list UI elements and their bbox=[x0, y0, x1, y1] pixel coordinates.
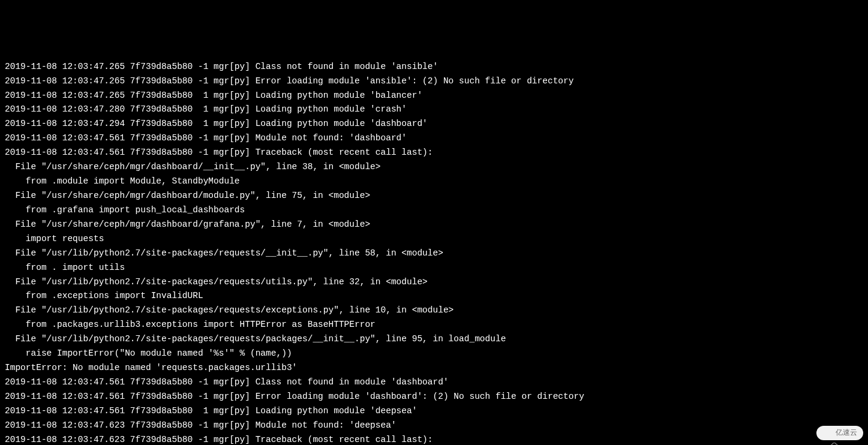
log-line: from . import utils bbox=[5, 261, 863, 275]
log-line: File "/usr/share/ceph/mgr/dashboard/modu… bbox=[5, 189, 863, 203]
log-line: ImportError: No module named 'requests.p… bbox=[5, 361, 863, 375]
log-line: File "/usr/lib/python2.7/site-packages/r… bbox=[5, 275, 863, 290]
log-line: 2019-11-08 12:03:47.265 7f739d8a5b80 1 m… bbox=[5, 89, 863, 103]
watermark-badge: 亿速云 bbox=[816, 426, 863, 440]
log-line: 2019-11-08 12:03:47.265 7f739d8a5b80 -1 … bbox=[5, 74, 863, 89]
log-line: 2019-11-08 12:03:47.294 7f739d8a5b80 1 m… bbox=[5, 117, 863, 131]
log-line: File "/usr/lib/python2.7/site-packages/r… bbox=[5, 246, 863, 261]
log-line: File "/usr/share/ceph/mgr/dashboard/__in… bbox=[5, 160, 863, 175]
log-line: from .grafana import push_local_dashboar… bbox=[5, 203, 863, 218]
log-line: 2019-11-08 12:03:47.623 7f739d8a5b80 -1 … bbox=[5, 433, 863, 445]
log-line: 2019-11-08 12:03:47.280 7f739d8a5b80 1 m… bbox=[5, 103, 863, 117]
log-line: raise ImportError("No module named '%s'"… bbox=[5, 347, 863, 361]
terminal-output[interactable]: 2019-11-08 12:03:47.265 7f739d8a5b80 -1 … bbox=[5, 60, 863, 445]
log-line: 2019-11-08 12:03:47.561 7f739d8a5b80 -1 … bbox=[5, 390, 863, 404]
log-line: File "/usr/lib/python2.7/site-packages/r… bbox=[5, 303, 863, 318]
log-line: 2019-11-08 12:03:47.561 7f739d8a5b80 1 m… bbox=[5, 404, 863, 419]
log-line: from .module import Module, StandbyModul… bbox=[5, 175, 863, 189]
log-line: 2019-11-08 12:03:47.623 7f739d8a5b80 -1 … bbox=[5, 419, 863, 433]
log-line: from .packages.urllib3.exceptions import… bbox=[5, 318, 863, 332]
log-line: 2019-11-08 12:03:47.561 7f739d8a5b80 -1 … bbox=[5, 375, 863, 390]
log-line: 2019-11-08 12:03:47.561 7f739d8a5b80 -1 … bbox=[5, 146, 863, 160]
log-line: from .exceptions import InvalidURL bbox=[5, 289, 863, 303]
log-line: File "/usr/share/ceph/mgr/dashboard/graf… bbox=[5, 218, 863, 232]
log-line: import requests bbox=[5, 232, 863, 246]
log-line: File "/usr/lib/python2.7/site-packages/r… bbox=[5, 332, 863, 347]
watermark-text: 亿速云 bbox=[836, 427, 857, 439]
log-line: 2019-11-08 12:03:47.561 7f739d8a5b80 -1 … bbox=[5, 131, 863, 146]
log-line: 2019-11-08 12:03:47.265 7f739d8a5b80 -1 … bbox=[5, 60, 863, 74]
cloud-icon bbox=[822, 429, 833, 437]
